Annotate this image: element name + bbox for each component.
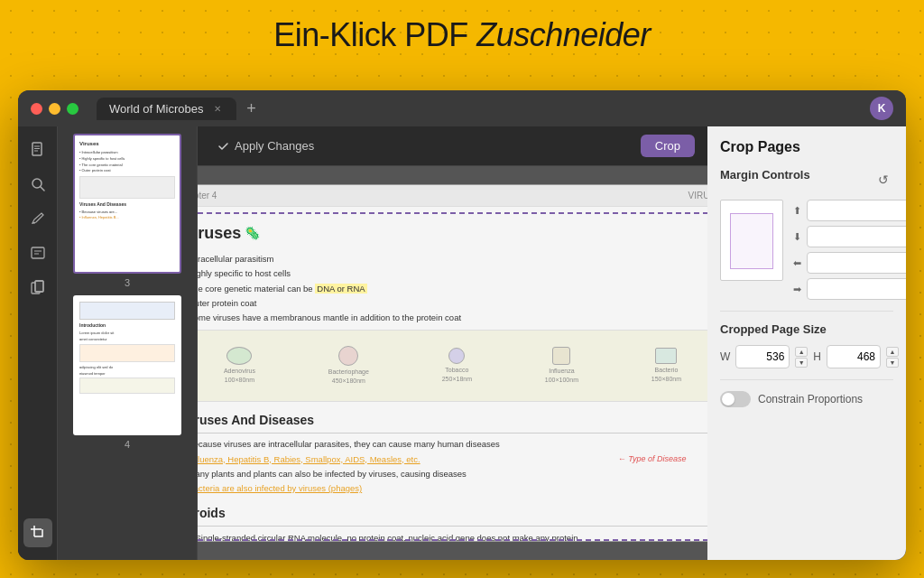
margin-controls: ⬆ ▲ ▼ ⬇ ▲ ▼ xyxy=(720,200,893,300)
height-input[interactable] xyxy=(827,345,881,368)
main-window: World of Microbes ✕ + K xyxy=(18,90,906,560)
right-panel: Crop Pages Margin Controls ↺ ⬆ xyxy=(707,126,906,560)
traffic-lights xyxy=(31,103,79,115)
new-tab-button[interactable]: + xyxy=(240,97,263,120)
margin-inputs: ⬆ ▲ ▼ ⬇ ▲ ▼ xyxy=(790,200,906,300)
pdf-page: Chapter 4 VIRUSES Viruses 🦠 Intracellula… xyxy=(198,184,707,542)
left-sidebar xyxy=(18,126,58,560)
margin-bottom-icon: ⬇ xyxy=(790,231,803,243)
viroids-list: Single-stranded circular RNA molecule, n… xyxy=(198,531,707,542)
height-stepper: ▲ ▼ xyxy=(886,347,899,368)
tab-close-icon[interactable]: ✕ xyxy=(211,102,224,115)
sidebar-icon-crop[interactable] xyxy=(23,518,52,547)
apply-changes-label: Apply Changes xyxy=(235,139,314,153)
thumbnail-img-4: Introduction Lorem ipsum dolor sit amet … xyxy=(73,295,181,435)
width-up[interactable]: ▲ xyxy=(795,347,808,357)
svg-rect-7 xyxy=(32,247,44,258)
thumbnail-img-3: Viruses • Intracellular parasitism • Hig… xyxy=(73,134,181,274)
margin-top-row: ⬆ ▲ ▼ xyxy=(790,200,906,221)
bullet-2: Highly specific to host cells xyxy=(198,267,707,280)
main-content: Viruses • Intracellular parasitism • Hig… xyxy=(18,126,906,560)
minimize-button[interactable] xyxy=(49,103,60,115)
constrain-toggle[interactable] xyxy=(720,391,751,407)
tab-world-of-microbes[interactable]: World of Microbes ✕ xyxy=(97,98,236,120)
sidebar-icon-annotate[interactable] xyxy=(23,204,52,233)
margin-left-input[interactable] xyxy=(807,252,906,274)
height-up[interactable]: ▲ xyxy=(886,347,899,357)
viroids-section-heading: Viroids xyxy=(198,504,707,527)
toggle-knob xyxy=(722,393,735,406)
width-input[interactable] xyxy=(735,345,790,368)
thumbnail-page-3[interactable]: Viruses • Intracellular parasitism • Hig… xyxy=(65,134,189,288)
panel-title: Crop Pages xyxy=(720,139,893,155)
thumbnail-page-4[interactable]: Introduction Lorem ipsum dolor sit amet … xyxy=(65,295,189,450)
margin-inner-box xyxy=(730,213,773,269)
viruses-section-title: Viruses 🦠 xyxy=(198,221,707,246)
height-label: H xyxy=(813,350,821,363)
page-number-3: 3 xyxy=(125,277,130,288)
svg-line-5 xyxy=(41,187,44,191)
sidebar-icon-search[interactable] xyxy=(23,170,52,199)
sidebar-icon-forms[interactable] xyxy=(23,238,52,267)
app-title: Ein-Klick PDF Zuschneider xyxy=(0,16,924,54)
annotation-arrow: ← Type of Disease xyxy=(618,453,687,466)
title-italic: Zuschneider xyxy=(476,16,651,53)
margin-preview xyxy=(720,200,783,300)
margin-right-icon: ➡ xyxy=(790,284,803,295)
height-down[interactable]: ▼ xyxy=(886,358,899,368)
bullet-1: Intracellular parasitism xyxy=(198,253,707,266)
divider-2 xyxy=(720,379,893,380)
width-stepper: ▲ ▼ xyxy=(795,347,808,368)
width-label: W xyxy=(720,350,730,363)
tab-label: World of Microbes xyxy=(109,102,204,116)
crop-button[interactable]: Crop xyxy=(641,135,695,157)
reset-margin-button[interactable]: ↺ xyxy=(873,170,893,190)
margin-top-icon: ⬆ xyxy=(790,205,803,217)
margin-right-input[interactable] xyxy=(807,278,906,300)
viroid-item-1: Single-stranded circular RNA molecule, n… xyxy=(198,531,707,542)
chapter-label: Chapter 4 xyxy=(198,191,217,200)
title-normal: Ein-Klick PDF xyxy=(273,16,476,53)
margin-bottom-input[interactable] xyxy=(807,226,906,247)
pdf-page-content: Viruses 🦠 Intracellular parasitism Highl… xyxy=(198,207,707,542)
constrain-row: Constrain Proportions xyxy=(720,391,893,407)
document-area[interactable]: Chapter 4 VIRUSES Viruses 🦠 Intracellula… xyxy=(198,166,707,560)
width-down[interactable]: ▼ xyxy=(795,358,808,368)
margin-controls-header: Margin Controls ↺ xyxy=(720,168,893,191)
constrain-label: Constrain Proportions xyxy=(758,393,863,406)
page-number-4: 4 xyxy=(125,439,130,450)
margin-right-row: ➡ ▲ ▼ xyxy=(790,278,906,300)
close-button[interactable] xyxy=(31,103,42,115)
cropped-size-label: Cropped Page Size xyxy=(720,322,893,336)
toolbar: Apply Changes Crop xyxy=(198,126,707,166)
diseases-list-text: Influenza, Hepatitis B, Rabies, Smallpox… xyxy=(198,454,420,464)
viruses-label: VIRUSES xyxy=(688,191,707,200)
margin-top-input[interactable] xyxy=(807,200,906,221)
diseases-section-heading: Viruses And Diseases xyxy=(198,411,707,434)
margin-left-icon: ⬅ xyxy=(790,257,803,269)
pdf-page-header: Chapter 4 VIRUSES xyxy=(198,185,707,207)
maximize-button[interactable] xyxy=(67,103,79,115)
sidebar-icon-document[interactable] xyxy=(23,135,52,164)
apply-changes-button[interactable]: Apply Changes xyxy=(210,135,321,156)
diseases-bullet-3: Many plants and plants can also be infec… xyxy=(198,468,707,480)
diseases-bullet-1: Because viruses are intracellular parasi… xyxy=(198,438,707,451)
virus-diagram: Adenovirus100×80nm Bacteriophage450×180n… xyxy=(198,330,707,402)
sidebar-icon-pages[interactable] xyxy=(23,273,52,302)
bullet-4: Outer protein coat xyxy=(198,297,707,310)
thumbnail-panel: Viruses • Intracellular parasitism • Hig… xyxy=(58,126,198,560)
size-row: W ▲ ▼ H ▲ ▼ xyxy=(720,345,893,368)
avatar: K xyxy=(870,97,893,120)
svg-rect-11 xyxy=(35,281,43,292)
margin-controls-label: Margin Controls xyxy=(720,168,810,182)
divider-1 xyxy=(720,311,893,312)
bullet-5: Some viruses have a membranous mantle in… xyxy=(198,312,707,324)
margin-bottom-row: ⬇ ▲ ▼ xyxy=(790,226,906,247)
center-area: Apply Changes Crop xyxy=(198,126,707,560)
margin-preview-box xyxy=(720,200,783,281)
bacteria-text: Bacteria are also infected by viruses (p… xyxy=(198,483,362,493)
titlebar: World of Microbes ✕ + K xyxy=(18,90,906,126)
bullet-3: The core genetic material can be DNA or … xyxy=(198,283,707,295)
margin-left-row: ⬅ ▲ ▼ xyxy=(790,252,906,274)
